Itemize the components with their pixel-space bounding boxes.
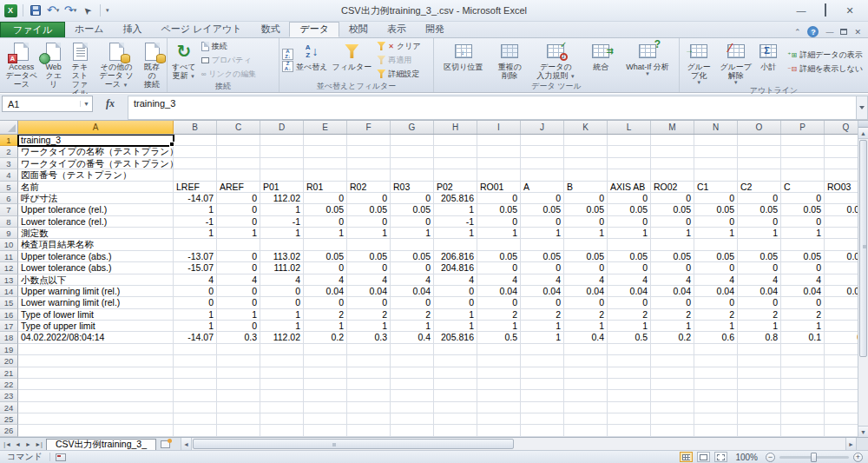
cell-L10[interactable] <box>608 239 651 250</box>
cell-F4[interactable] <box>347 169 391 181</box>
cell-G23[interactable] <box>391 390 434 401</box>
cell-O7[interactable]: 0.05 <box>738 204 781 215</box>
cell-E7[interactable]: 0.05 <box>304 204 347 215</box>
row-header-12[interactable]: 12 <box>0 262 18 274</box>
cell-K13[interactable]: 4 <box>564 274 608 286</box>
cell-F8[interactable]: 0 <box>347 216 391 228</box>
cell-M26[interactable] <box>651 425 694 436</box>
row-header-8[interactable]: 8 <box>0 216 18 228</box>
cell-N10[interactable] <box>694 239 738 250</box>
cell-G22[interactable] <box>391 379 434 390</box>
cell-F1[interactable] <box>347 135 391 146</box>
next-sheet-button[interactable]: ► <box>23 441 33 447</box>
cell-B3[interactable] <box>174 158 217 169</box>
advanced-filter-button[interactable]: 詳細設定 <box>374 68 423 81</box>
cell-H4[interactable] <box>434 169 477 181</box>
cell-P25[interactable] <box>781 413 825 425</box>
cell-H23[interactable] <box>434 390 477 401</box>
cell-C24[interactable] <box>217 402 260 413</box>
cell-M22[interactable] <box>651 379 694 390</box>
properties-button[interactable]: プロパティ <box>199 54 260 67</box>
cell-G2[interactable] <box>391 146 434 157</box>
cell-C5[interactable]: AREF <box>217 182 260 193</box>
cell-N20[interactable] <box>694 355 738 367</box>
cell-P7[interactable]: 0.05 <box>781 204 825 215</box>
cell-D14[interactable]: 0 <box>260 286 304 297</box>
tab-data[interactable]: データ <box>289 22 339 37</box>
cell-B23[interactable] <box>174 390 217 401</box>
select-all-button[interactable] <box>0 121 18 134</box>
cell-H13[interactable]: 4 <box>434 274 477 286</box>
cell-K2[interactable] <box>564 146 608 157</box>
connections-button[interactable]: 接続 <box>199 40 260 53</box>
cell-G15[interactable]: 0 <box>391 297 434 308</box>
cell-F21[interactable] <box>347 367 391 379</box>
cell-M19[interactable] <box>651 344 694 355</box>
column-header-E[interactable]: E <box>304 121 347 134</box>
cell-E9[interactable]: 1 <box>304 228 347 239</box>
hide-detail-button[interactable]: ⁻⊟詳細を表示しない <box>785 63 865 76</box>
cell-J4[interactable] <box>521 169 564 181</box>
cell-J26[interactable] <box>521 425 564 436</box>
cell-M10[interactable] <box>651 239 694 250</box>
cell-P15[interactable]: 0 <box>781 297 825 308</box>
cell-K22[interactable] <box>564 379 608 390</box>
cell-L17[interactable]: 1 <box>608 321 651 332</box>
cell-P18[interactable]: 0.1 <box>781 332 825 343</box>
reapply-button[interactable]: 再適用 <box>374 54 423 67</box>
cell-B25[interactable] <box>174 413 217 425</box>
collapse-ribbon-button[interactable]: ⌃ <box>794 28 801 36</box>
cell-O11[interactable]: 0.05 <box>738 251 781 262</box>
close-button[interactable]: ✕ <box>844 5 856 17</box>
column-header-L[interactable]: L <box>608 121 651 134</box>
cell-K24[interactable] <box>564 402 608 413</box>
cell-I4[interactable] <box>477 169 521 181</box>
column-header-H[interactable]: H <box>434 121 477 134</box>
cell-H17[interactable]: 1 <box>434 321 477 332</box>
cell-F10[interactable] <box>347 239 391 250</box>
cell-N18[interactable]: 0.6 <box>694 332 738 343</box>
cell-I3[interactable] <box>477 158 521 169</box>
cell-B10[interactable] <box>174 239 217 250</box>
cell-I16[interactable]: 2 <box>477 309 521 321</box>
cell-A26[interactable] <box>18 425 174 436</box>
cell-D2[interactable] <box>260 146 304 157</box>
cell-A5[interactable]: 名前 <box>18 182 174 193</box>
cell-H21[interactable] <box>434 367 477 379</box>
cell-G14[interactable]: 0.04 <box>391 286 434 297</box>
cell-J6[interactable]: 0 <box>521 193 564 204</box>
row-header-2[interactable]: 2 <box>0 146 18 157</box>
cell-A11[interactable]: Upper tolerance (abs.) <box>18 251 174 262</box>
cell-D19[interactable] <box>260 344 304 355</box>
cell-E19[interactable] <box>304 344 347 355</box>
column-header-I[interactable]: I <box>477 121 521 134</box>
cell-G26[interactable] <box>391 425 434 436</box>
cell-E23[interactable] <box>304 390 347 401</box>
cell-K15[interactable]: 0 <box>564 297 608 308</box>
cell-G1[interactable] <box>391 135 434 146</box>
cell-O17[interactable]: 1 <box>738 321 781 332</box>
cell-G7[interactable]: 0.05 <box>391 204 434 215</box>
cell-I9[interactable]: 1 <box>477 228 521 239</box>
cell-B26[interactable] <box>174 425 217 436</box>
cell-H5[interactable]: P02 <box>434 182 477 193</box>
cell-L22[interactable] <box>608 379 651 390</box>
cell-G4[interactable] <box>391 169 434 181</box>
cell-M13[interactable]: 4 <box>651 274 694 286</box>
column-header-J[interactable]: J <box>521 121 564 134</box>
cell-O4[interactable] <box>738 169 781 181</box>
text-to-columns-button[interactable]: ↓ 区切り位置 <box>442 39 484 81</box>
web-query-button[interactable]: Web クエリ <box>42 39 66 97</box>
cell-K20[interactable] <box>564 355 608 367</box>
cell-K12[interactable]: 0 <box>564 262 608 274</box>
cell-L3[interactable] <box>608 158 651 169</box>
cell-J19[interactable] <box>521 344 564 355</box>
cell-B6[interactable]: -14.07 <box>174 193 217 204</box>
cell-J13[interactable]: 4 <box>521 274 564 286</box>
row-header-3[interactable]: 3 <box>0 158 18 169</box>
cell-P19[interactable] <box>781 344 825 355</box>
row-header-21[interactable]: 21 <box>0 367 18 379</box>
cell-O25[interactable] <box>738 413 781 425</box>
cell-H1[interactable] <box>434 135 477 146</box>
cell-C15[interactable]: 0 <box>217 297 260 308</box>
